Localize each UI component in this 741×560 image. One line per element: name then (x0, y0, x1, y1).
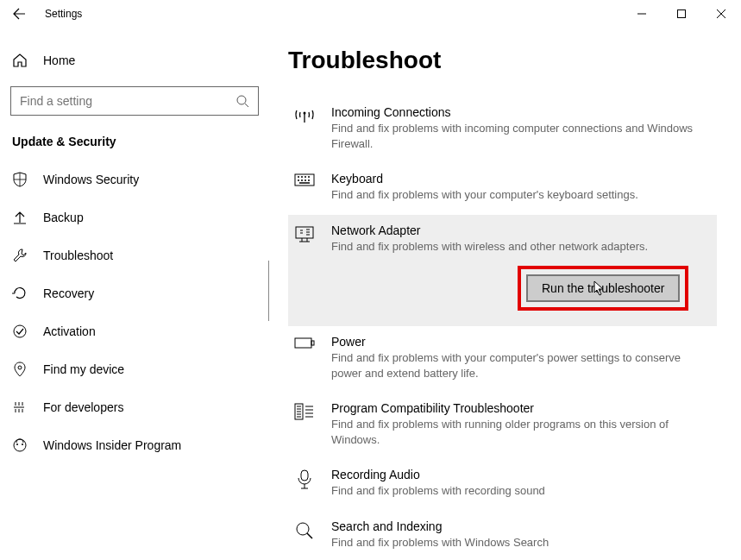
svg-point-1 (237, 96, 246, 104)
run-troubleshooter-button[interactable]: Run the troubleshooter (526, 274, 680, 302)
search-icon (235, 94, 249, 108)
svg-point-6 (22, 444, 23, 445)
svg-point-4 (14, 439, 26, 451)
recovery-icon (12, 286, 28, 301)
svg-rect-10 (295, 338, 311, 348)
close-icon (717, 9, 725, 18)
troubleshooter-search-indexing[interactable]: Search and Indexing Find and fix problem… (288, 511, 717, 560)
sidebar-item-backup[interactable]: Backup (9, 198, 261, 236)
activation-icon (12, 324, 28, 339)
content-pane: Troubleshoot Incoming Connections Find a… (269, 28, 741, 560)
ts-desc: Find and fix problems with running older… (331, 417, 712, 447)
nav-label: Windows Insider Program (43, 438, 181, 452)
search-input[interactable] (20, 94, 235, 108)
ts-desc: Find and fix problems with your computer… (331, 350, 712, 381)
ts-title: Power (331, 335, 712, 349)
insider-icon (12, 437, 28, 453)
nav-label: Recovery (43, 286, 94, 300)
section-header: Update & Security (9, 131, 261, 160)
developers-icon (12, 400, 28, 415)
location-icon (12, 362, 28, 377)
troubleshooter-incoming-connections[interactable]: Incoming Connections Find and fix proble… (288, 97, 717, 163)
sidebar-item-for-developers[interactable]: For developers (9, 388, 261, 426)
svg-point-3 (18, 366, 22, 369)
nav-label: Find my device (43, 362, 124, 376)
troubleshooter-power[interactable]: Power Find and fix problems with your co… (288, 326, 717, 393)
ts-desc: Find and fix problems with recording sou… (331, 483, 712, 499)
cursor-icon (593, 280, 606, 296)
troubleshooter-recording-audio[interactable]: Recording Audio Find and fix problems wi… (288, 459, 717, 511)
sidebar-item-windows-insider[interactable]: Windows Insider Program (9, 426, 261, 464)
ts-desc: Find and fix problems with Windows Searc… (331, 535, 712, 551)
ts-desc: Find and fix problems with incoming comp… (331, 121, 712, 151)
incoming-connections-icon (294, 107, 315, 126)
svg-point-5 (16, 444, 18, 445)
maximize-button[interactable] (662, 0, 701, 28)
ts-desc: Find and fix problems with wireless and … (331, 239, 712, 255)
ts-title: Keyboard (331, 172, 712, 186)
svg-point-14 (297, 523, 309, 535)
troubleshooter-keyboard[interactable]: Keyboard Find and fix problems with your… (288, 163, 717, 215)
highlight-box: Run the troubleshooter (518, 266, 688, 311)
sidebar: Home Update & Security Windows Security … (0, 28, 269, 560)
shield-icon (12, 172, 28, 187)
app-title: Settings (38, 8, 82, 20)
ts-title: Incoming Connections (331, 105, 712, 119)
minimize-icon (637, 9, 646, 18)
svg-point-2 (14, 325, 26, 337)
ts-title: Network Adapter (331, 223, 712, 237)
home-icon (12, 53, 28, 68)
svg-rect-13 (301, 470, 308, 481)
nav-label: Windows Security (43, 173, 139, 186)
nav-label: Troubleshoot (43, 249, 113, 262)
keyboard-icon (294, 173, 315, 189)
sidebar-item-troubleshoot[interactable]: Troubleshoot (9, 236, 261, 274)
nav-label: Activation (43, 324, 96, 338)
scroll-indicator[interactable] (268, 261, 269, 321)
sidebar-item-windows-security[interactable]: Windows Security (9, 160, 261, 198)
compatibility-icon (294, 403, 315, 420)
search-indexing-icon (295, 521, 314, 540)
svg-point-7 (304, 112, 306, 115)
home-label: Home (43, 53, 75, 67)
network-adapter-icon (294, 225, 315, 244)
search-box[interactable] (10, 86, 259, 116)
backup-icon (12, 210, 28, 225)
ts-title: Search and Indexing (331, 519, 712, 533)
svg-rect-9 (296, 227, 313, 238)
wrench-icon (12, 248, 28, 263)
close-button[interactable] (701, 0, 741, 28)
minimize-button[interactable] (622, 0, 662, 28)
nav-label: For developers (43, 400, 123, 414)
microphone-icon (296, 469, 313, 490)
arrow-left-icon (12, 7, 26, 21)
sidebar-item-activation[interactable]: Activation (9, 312, 261, 350)
ts-desc: Find and fix problems with your computer… (331, 187, 712, 203)
sidebar-item-recovery[interactable]: Recovery (9, 274, 261, 312)
svg-rect-0 (678, 10, 686, 18)
ts-title: Recording Audio (331, 468, 712, 481)
nav-label: Backup (43, 211, 84, 224)
maximize-icon (677, 9, 686, 18)
sidebar-item-home[interactable]: Home (9, 43, 261, 78)
page-title: Troubleshoot (288, 47, 717, 74)
sidebar-item-find-my-device[interactable]: Find my device (9, 350, 261, 388)
ts-title: Program Compatibility Troubleshooter (331, 401, 712, 415)
svg-rect-11 (311, 341, 314, 345)
troubleshooter-program-compatibility[interactable]: Program Compatibility Troubleshooter Fin… (288, 393, 717, 459)
troubleshooter-network-adapter[interactable]: Network Adapter Find and fix problems wi… (288, 215, 717, 327)
back-button[interactable] (0, 0, 38, 28)
power-icon (294, 337, 315, 350)
